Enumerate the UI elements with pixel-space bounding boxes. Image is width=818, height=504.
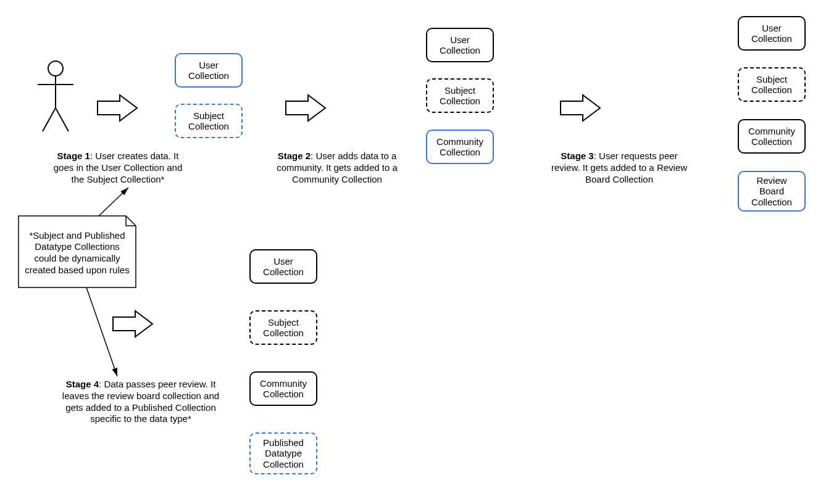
- box-label: CommunityCollection: [436, 136, 483, 158]
- box-subject-collection: SubjectCollection: [738, 67, 806, 102]
- box-subject-collection: SubjectCollection: [426, 78, 494, 113]
- box-label: UserCollection: [188, 60, 229, 81]
- stage-2-caption: Stage 2: User adds data to a community. …: [270, 151, 404, 185]
- box-community-collection: CommunityCollection: [426, 130, 494, 164]
- box-user-collection: UserCollection: [738, 16, 806, 51]
- stage-1-bold: Stage 1: [57, 151, 90, 161]
- box-label: UserCollection: [751, 23, 792, 44]
- arrow-icon: [556, 93, 605, 123]
- footnote: *Subject and Published Datatype Collecti…: [19, 216, 136, 287]
- footnote-text: *Subject and Published Datatype Collecti…: [19, 216, 136, 287]
- stage-2-bold: Stage 2: [278, 151, 311, 161]
- box-label: SubjectCollection: [440, 85, 480, 107]
- svg-marker-7: [561, 95, 600, 121]
- stage-4-bold: Stage 4: [66, 379, 99, 389]
- svg-line-3: [43, 108, 56, 131]
- box-label: PublishedDatatypeCollection: [263, 437, 304, 469]
- box-label: ReviewBoardCollection: [751, 175, 792, 207]
- svg-line-8: [99, 188, 128, 216]
- box-review-board-collection: ReviewBoardCollection: [738, 171, 806, 212]
- box-community-collection: CommunityCollection: [249, 371, 317, 406]
- box-label: UserCollection: [263, 256, 304, 278]
- box-label: SubjectCollection: [188, 110, 229, 132]
- arrow-icon: [108, 308, 157, 339]
- svg-line-4: [56, 108, 69, 131]
- box-label: CommunityCollection: [748, 126, 795, 147]
- box-user-collection: UserCollection: [249, 249, 317, 284]
- svg-marker-5: [98, 95, 137, 121]
- box-subject-collection: SubjectCollection: [175, 104, 243, 138]
- box-subject-collection: SubjectCollection: [249, 310, 317, 345]
- box-label: CommunityCollection: [260, 378, 307, 400]
- box-published-datatype-collection: PublishedDatatypeCollection: [249, 432, 317, 474]
- box-label: SubjectCollection: [751, 74, 792, 96]
- svg-point-0: [48, 61, 63, 76]
- arrow-icon: [281, 93, 330, 123]
- box-label: UserCollection: [440, 35, 480, 56]
- svg-marker-10: [113, 311, 152, 337]
- diagram-canvas: UserCollection SubjectCollection Stage 1…: [0, 0, 818, 504]
- stage-1-caption: Stage 1: User creates data. It goes in t…: [47, 151, 189, 185]
- user-icon: [34, 60, 77, 134]
- box-community-collection: CommunityCollection: [738, 119, 806, 154]
- stage-3-caption: Stage 3: User requests peer review. It g…: [548, 151, 690, 185]
- arrow-icon: [93, 93, 142, 123]
- box-user-collection: UserCollection: [175, 53, 243, 88]
- box-label: SubjectCollection: [263, 317, 304, 339]
- svg-marker-6: [286, 95, 325, 121]
- stage-3-bold: Stage 3: [561, 151, 593, 161]
- box-user-collection: UserCollection: [426, 28, 494, 62]
- stage-4-caption: Stage 4: Data passes peer review. It lea…: [57, 379, 225, 425]
